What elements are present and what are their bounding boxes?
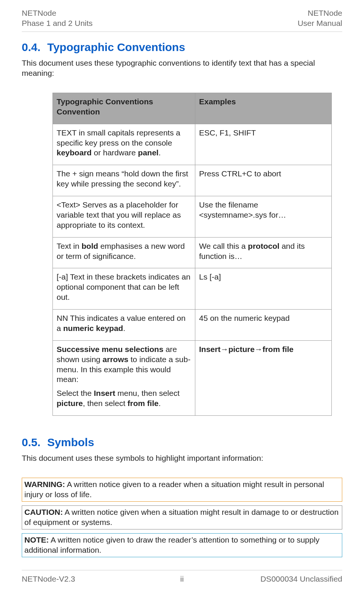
example-cell: ESC, F1, SHIFT [195,124,332,165]
text: Select the [57,389,94,397]
convention-cell: <Text> Serves as a placeholder for varia… [53,196,195,238]
convention-cell: NN This indicates a value entered on a n… [53,310,195,341]
section05-intro: This document uses these symbols to high… [22,453,342,463]
section-title: Typographic Conventions [47,41,185,53]
text: . [123,324,125,332]
convention-cell: Successive menu selections are shown usi… [53,340,195,415]
section-title: Symbols [47,436,94,448]
header-left-subtitle: Phase 1 and 2 Units [22,18,93,29]
footer-center: ii [180,574,184,584]
bold-text: numeric keypad [63,324,123,332]
caution-label: CAUTION: [24,508,63,516]
warning-label: WARNING: [24,480,65,489]
note-notice: NOTE: A written notice given to draw the… [22,533,342,557]
example-cell: We call this a protocol and its function… [195,237,332,268]
table-row: TEXT in small capitals represents a spec… [53,124,332,165]
note-text: A written notice given to draw the reade… [24,535,319,554]
text: TEXT in small capitals represents a spec… [57,128,180,147]
footer-left: NETNode-V2.3 [22,574,75,584]
example-cell: 45 on the numeric keypad [195,310,332,341]
table-row: NN This indicates a value entered on a n… [53,310,332,341]
warning-text: A written notice given to a reader when … [24,480,324,499]
typographic-conventions-table: Typographic Conventions Convention Examp… [52,93,332,416]
header-left: NETNode Phase 1 and 2 Units [22,8,93,29]
example-cell: Ls [-a] [195,268,332,310]
section-heading-symbols: 0.5.Symbols [22,435,342,450]
text: . [159,399,161,408]
text: or hardware [91,148,138,157]
header-right-product: NETNode [298,8,342,18]
page-header: NETNode Phase 1 and 2 Units NETNode User… [22,8,342,32]
footer-right: DS000034 Unclassified [261,574,342,584]
warning-notice: WARNING: A written notice given to a rea… [22,478,342,502]
bold-text: Successive menu selections [57,345,163,353]
note-label: NOTE: [24,535,49,544]
convention-cell: [-a] Text in these brackets indicates an… [53,268,195,310]
bold-text: protocol [248,242,279,250]
convention-cell: Text in bold emphasises a new word or te… [53,237,195,268]
section-heading-typographic: 0.4.Typographic Conventions [22,40,342,54]
bold-text: picture [57,399,83,408]
table-header-examples: Examples [195,93,332,124]
table-row: Successive menu selections are shown usi… [53,340,332,415]
convention-cell: The + sign means “hold down the first ke… [53,165,195,196]
text: Text in [57,242,82,250]
bold-text: panel [138,148,159,157]
caution-text: A written notice given when a situation … [24,508,339,526]
bold-text: Insert [94,389,115,397]
header-left-product: NETNode [22,8,93,18]
caution-notice: CAUTION: A written notice given when a s… [22,505,342,529]
bold-text: arrows [103,355,129,364]
convention-cell: TEXT in small capitals represents a spec… [53,124,195,165]
section-number: 0.4. [22,41,40,53]
th-line2: Convention [57,107,100,116]
table-header-row: Typographic Conventions Convention Examp… [53,93,332,124]
table-row: The + sign means “hold down the first ke… [53,165,332,196]
header-right: NETNode User Manual [298,8,342,29]
text: menu, then select [115,389,180,397]
table-row: [-a] Text in these brackets indicates an… [53,268,332,310]
table-row: <Text> Serves as a placeholder for varia… [53,196,332,238]
bold-text: keyboard [57,148,91,157]
th-line1: Typographic Conventions [57,97,153,106]
text: We call this a [199,242,248,250]
text: . [159,148,161,157]
section04-intro: This document uses these typographic con… [22,58,342,78]
text: , then select [83,399,127,408]
bold-text: bold [82,242,98,250]
section-number: 0.5. [22,436,40,448]
bold-text: Insert→picture→from file [199,345,294,353]
example-cell: Press CTRL+C to abort [195,165,332,196]
table-header-convention: Typographic Conventions Convention [53,93,195,124]
page-footer: NETNode-V2.3 ii DS000034 Unclassified [22,570,342,584]
header-right-doc: User Manual [298,18,342,29]
example-cell: Use the filename <systemname>.sys for… [195,196,332,238]
example-cell: Insert→picture→from file [195,340,332,415]
bold-text: from file [127,399,159,408]
table-row: Text in bold emphasises a new word or te… [53,237,332,268]
